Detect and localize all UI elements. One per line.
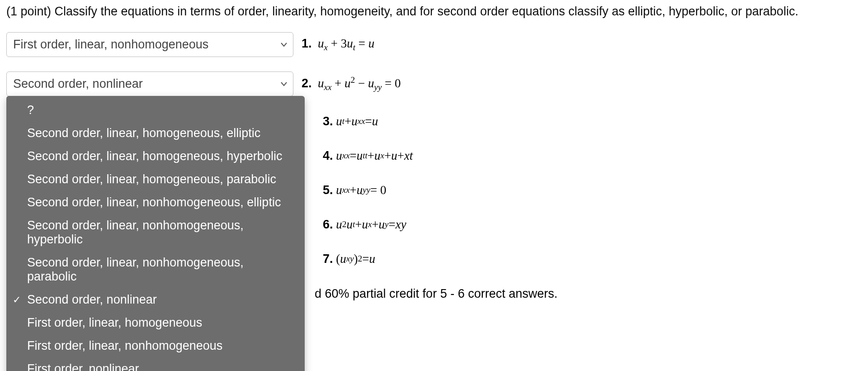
dropdown-option[interactable]: Second order, nonlinear [6,288,305,311]
select-value: Second order, nonlinear [13,77,143,91]
dropdown-option[interactable]: Second order, linear, homogeneous, hyper… [6,145,305,168]
dropdown-option[interactable]: Second order, linear, homogeneous, ellip… [6,122,305,145]
equation-number: 1. [302,37,312,50]
equation-number: 2. [302,76,312,90]
equation-7: 7. (uxy)2 = u [323,243,375,275]
equation-number: 7. [323,252,333,266]
dropdown-option[interactable]: Second order, linear, nonhomogeneous, hy… [6,214,305,251]
equation-number: 4. [323,149,333,163]
classify-select-2[interactable]: Second order, nonlinear [6,71,293,96]
chevron-down-icon [281,41,287,49]
classify-select-1[interactable]: First order, linear, nonhomogeneous [6,32,293,57]
equation-number: 3. [323,114,333,128]
equation-2: 2. uxx + u2 − uyy = 0 [302,75,401,92]
dropdown-option[interactable]: First order, nonlinear [6,357,305,371]
dropdown-option[interactable]: ? [6,99,305,122]
dropdown-option[interactable]: Second order, linear, nonhomogeneous, pa… [6,251,305,288]
equation-number: 5. [323,183,333,197]
dropdown-option[interactable]: Second order, linear, nonhomogeneous, el… [6,191,305,214]
partial-credit-text: d 60% partial credit for 5 - 6 correct a… [315,287,557,301]
equation-1: 1. ux + 3ut = u [302,37,374,52]
equation-5: 5. uxx + uyy = 0 [323,174,387,206]
classify-dropdown-menu[interactable]: ?Second order, linear, homogeneous, elli… [6,96,305,371]
dropdown-option[interactable]: Second order, linear, homogeneous, parab… [6,168,305,191]
equation-4: 4. uxx = utt + ux + u + xt [323,139,413,172]
select-value: First order, linear, nonhomogeneous [13,38,208,52]
equation-3: 3. ut + uxx = u [323,105,378,138]
problem-prompt: (1 point) Classify the equations in term… [6,5,862,19]
chevron-down-icon [281,80,287,88]
equation-6: 6. u2ut + ux + uy = xy [323,208,406,241]
dropdown-option[interactable]: First order, linear, nonhomogeneous [6,334,305,357]
dropdown-option[interactable]: First order, linear, homogeneous [6,311,305,334]
equation-number: 6. [323,218,333,232]
